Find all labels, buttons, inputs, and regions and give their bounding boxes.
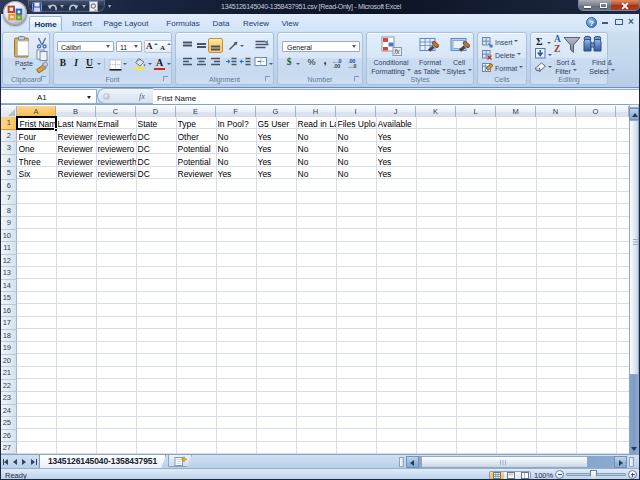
- svg-text:?: ?: [589, 19, 594, 28]
- svg-text:fx: fx: [394, 48, 400, 55]
